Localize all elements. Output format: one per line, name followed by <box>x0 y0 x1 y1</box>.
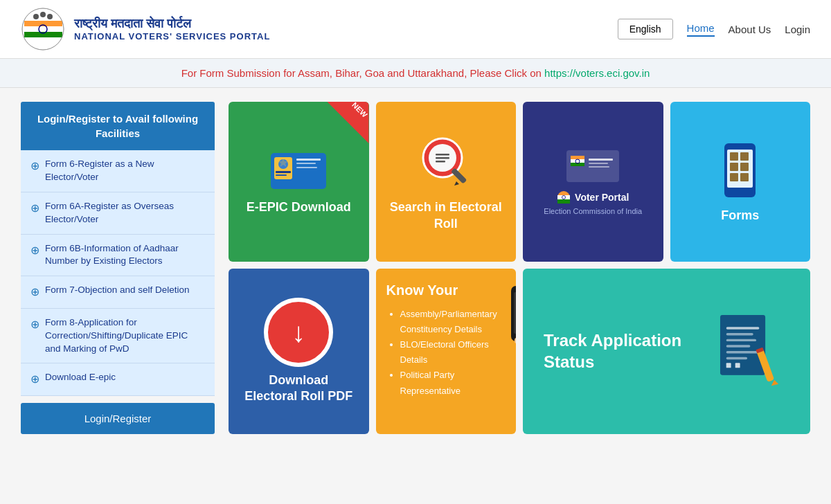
svg-rect-22 <box>436 161 445 163</box>
logo-hindi-text: राष्ट्रीय मतदाता सेवा पोर्टल <box>74 17 270 31</box>
nav-about[interactable]: About Us <box>729 24 771 35</box>
forms-illustration <box>717 140 762 202</box>
nav-login[interactable]: Login <box>785 24 810 35</box>
svg-point-5 <box>33 14 39 19</box>
logo-area: राष्ट्रीय मतदाता सेवा पोर्टल NATIONAL VO… <box>21 7 618 52</box>
sidebar-item-label: Form 6A-Register as Overseas Elector/Vot… <box>45 200 205 226</box>
sidebar-item-label: Download E-epic <box>45 371 116 384</box>
card-search[interactable]: Search in Electoral Roll <box>376 102 517 262</box>
svg-rect-1 <box>24 21 62 26</box>
circle-plus-icon: ⊕ <box>30 372 39 387</box>
sidebar-item-form7[interactable]: ⊕ Form 7-Objection and self Deletion <box>21 276 215 308</box>
download-circle-icon: ↓ <box>264 298 333 367</box>
sidebar-item-form6a[interactable]: ⊕ Form 6A-Register as Overseas Elector/V… <box>21 192 215 235</box>
announcement-bar: For Form Submission for Assam, Bihar, Go… <box>0 59 831 88</box>
voter-portal-illustration <box>565 149 620 183</box>
svg-rect-12 <box>276 171 291 173</box>
card-forms[interactable]: Forms <box>670 102 811 262</box>
language-button[interactable]: English <box>618 19 673 39</box>
sidebar-item-download-epic[interactable]: ⊕ Download E-epic <box>21 363 215 395</box>
svg-rect-13 <box>276 174 287 176</box>
sidebar-item-form8[interactable]: ⊕ Form 8-Application for Correction/Shif… <box>21 309 215 364</box>
svg-rect-58 <box>726 339 756 341</box>
svg-rect-14 <box>296 159 321 161</box>
card-download[interactable]: ↓ Download Electoral Roll PDF <box>229 269 369 434</box>
svg-rect-60 <box>726 351 760 353</box>
voter-portal-logo-icon <box>557 190 571 204</box>
svg-rect-3 <box>24 32 62 37</box>
nav-home[interactable]: Home <box>687 22 715 37</box>
search-illustration <box>415 132 477 194</box>
know-card-content: Know Your Assembly/Parliamentary Constit… <box>376 269 517 434</box>
new-badge-text: NEW <box>350 102 368 119</box>
logo-english-text: NATIONAL VOTERS' SERVICES PORTAL <box>74 31 270 42</box>
download-label: Download Electoral Roll PDF <box>242 372 355 405</box>
know-phone-icon: ? <box>504 282 516 352</box>
logo-text: राष्ट्रीय मतदाता सेवा पोर्टल NATIONAL VO… <box>74 17 270 42</box>
sidebar-item-form6[interactable]: ⊕ Form 6-Register as a New Elector/Voter <box>21 150 215 192</box>
svg-rect-41 <box>740 152 749 161</box>
circle-plus-icon: ⊕ <box>30 201 39 216</box>
svg-rect-31 <box>589 163 608 164</box>
card-know[interactable]: Know Your Assembly/Parliamentary Constit… <box>376 269 517 434</box>
circle-plus-icon: ⊕ <box>30 285 39 300</box>
svg-marker-65 <box>771 380 778 386</box>
circle-plus-icon: ⊕ <box>30 159 39 174</box>
search-card-content: Search in Electoral Roll <box>376 102 517 262</box>
nav-area: English Home About Us Login <box>618 19 810 39</box>
svg-rect-21 <box>436 157 449 159</box>
eepic-illustration <box>267 147 330 192</box>
svg-rect-56 <box>726 327 760 330</box>
know-list-item: Assembly/Parliamentary Constituency Deta… <box>400 307 497 337</box>
sidebar-item-label: Form 8-Application for Correction/Shifti… <box>45 316 205 356</box>
cards-grid: NEW E-EPIC Download <box>229 102 810 434</box>
sidebar-item-label: Form 7-Objection and self Deletion <box>45 284 190 297</box>
main-content: Login/Register to Avail following Facili… <box>0 88 831 448</box>
track-label: Track Application Status <box>544 330 711 372</box>
voter-portal-label: Voter Portal <box>575 192 629 203</box>
sidebar: Login/Register to Avail following Facili… <box>21 102 215 434</box>
download-card-content: ↓ Download Electoral Roll PDF <box>229 269 369 434</box>
login-register-button[interactable]: Login/Register <box>21 403 215 434</box>
svg-rect-2 <box>24 26 62 32</box>
svg-rect-62 <box>726 363 731 368</box>
sidebar-header: Login/Register to Avail following Facili… <box>21 102 215 150</box>
eci-logo-icon <box>21 7 66 52</box>
know-text-area: Know Your Assembly/Parliamentary Constit… <box>386 282 497 399</box>
circle-plus-icon: ⊕ <box>30 243 39 258</box>
svg-rect-36 <box>557 199 570 200</box>
svg-rect-23 <box>451 168 467 183</box>
svg-point-7 <box>47 14 53 19</box>
header: राष्ट्रीय मतदाता सेवा पोर्टल NATIONAL VO… <box>0 0 831 59</box>
svg-rect-15 <box>296 163 316 164</box>
svg-point-6 <box>40 12 46 17</box>
know-phone-illustration: ? <box>504 282 516 352</box>
voter-portal-content: Voter Portal Election Commission of Indi… <box>523 102 663 262</box>
svg-rect-44 <box>730 173 738 181</box>
svg-rect-27 <box>571 159 584 163</box>
svg-rect-42 <box>730 163 738 171</box>
track-illustration <box>711 303 789 399</box>
eepic-label: E-EPIC Download <box>247 199 351 215</box>
know-title: Know Your <box>386 282 497 298</box>
announcement-link[interactable]: https://voters.eci.gov.in <box>544 67 650 79</box>
svg-rect-45 <box>740 173 749 181</box>
sidebar-item-form6b[interactable]: ⊕ Form 6B-Information of Aadhaar Number … <box>21 235 215 277</box>
know-list-item: BLO/Electoral Officers Details <box>400 337 497 368</box>
know-list: Assembly/Parliamentary Constituency Deta… <box>386 307 497 399</box>
forms-card-content: Forms <box>670 102 811 262</box>
svg-rect-30 <box>589 159 613 161</box>
download-arrow-icon: ↓ <box>292 318 305 346</box>
know-list-item: Political Party Representative <box>400 368 497 398</box>
track-card-content: Track Application Status <box>523 269 810 434</box>
svg-rect-32 <box>589 166 609 168</box>
svg-rect-40 <box>730 152 738 161</box>
card-voter-portal[interactable]: Voter Portal Election Commission of Indi… <box>523 102 663 262</box>
sidebar-item-label: Form 6-Register as a New Elector/Voter <box>45 158 205 184</box>
card-track[interactable]: Track Application Status <box>523 269 810 434</box>
card-eepic[interactable]: NEW E-EPIC Download <box>229 102 369 262</box>
svg-rect-26 <box>571 156 584 159</box>
svg-rect-16 <box>296 167 317 168</box>
svg-rect-20 <box>436 154 449 156</box>
svg-rect-59 <box>726 345 751 348</box>
